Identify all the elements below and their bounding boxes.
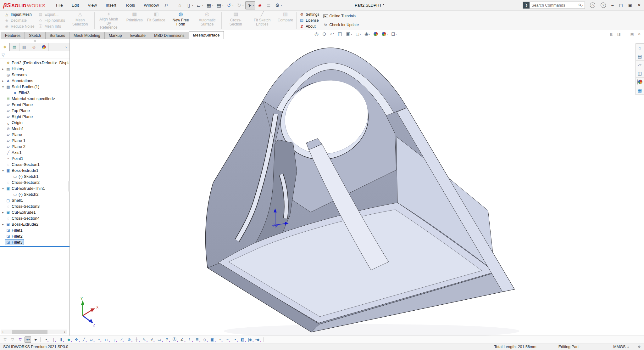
command-tab[interactable]: Sketch (25, 32, 45, 39)
quick-access-button[interactable]: ⚙ ▾ (274, 1, 283, 9)
task-pane-button[interactable] (636, 78, 644, 86)
scrollbar-track[interactable] (5, 330, 63, 334)
dropdown-caret-icon[interactable]: ▾ (386, 33, 388, 36)
filter-toolbar-button[interactable]: ▪ (97, 336, 103, 343)
filter-toolbar-button[interactable]: ∠ (180, 336, 186, 343)
filter-toolbar-button[interactable]: ▣ (210, 336, 216, 343)
tree-item[interactable]: ▾ Solid Bodies(1) (0, 84, 69, 90)
tree-item[interactable]: ▸ History (0, 66, 69, 72)
filter-toolbar-button[interactable]: ┼ (134, 336, 141, 343)
ribbon-button[interactable]: ▤ Export... (38, 12, 65, 17)
tree-item[interactable]: Fillet1 (0, 227, 69, 233)
dropdown-caret-icon[interactable]: ▾ (281, 4, 282, 7)
dropdown-caret-icon[interactable]: ▾ (351, 33, 352, 36)
ribbon-big-button[interactable]: ◧ Fit Surface (145, 11, 168, 30)
tree-filter-row[interactable]: ▽ (0, 51, 69, 59)
ribbon-button[interactable]: ▤ License (299, 18, 319, 23)
ribbon-big-button[interactable]: ⌖ Align Mesh By Reference (96, 11, 122, 30)
tree-item[interactable]: Plane 1 (0, 138, 69, 144)
filter-toolbar-button[interactable]: ❖ (74, 336, 80, 343)
tree-item[interactable]: ▾ Cut-Extrude-Thin1 (0, 185, 69, 191)
panel-horizontal-scrollbar[interactable]: ‹ › (1, 330, 67, 334)
view-tool-button[interactable]: ▾ (382, 32, 388, 36)
ribbon-button[interactable]: ◈ Decimate (4, 18, 34, 23)
ribbon-big-button[interactable]: ◍ New Free Form (168, 11, 194, 30)
filter-toolbar-button[interactable]: ✎ (142, 336, 148, 343)
filter-toolbar-button[interactable]: ┌ (112, 336, 118, 343)
dropdown-caret-icon[interactable]: ▾ (202, 4, 203, 7)
filter-toolbar-button[interactable]: ▮ (59, 336, 65, 343)
tree-item[interactable]: Cross-Section3 (0, 203, 69, 209)
tree-item[interactable]: Part2 (Default<<Default>_Display S (0, 60, 69, 66)
command-tab[interactable]: Mesh2Surface (189, 31, 224, 39)
view-tool-button[interactable]: ◎ (314, 31, 319, 37)
ribbon-big-button[interactable]: ▤ Cross-Section (223, 11, 249, 30)
tree-item[interactable]: Plane (0, 132, 69, 138)
ribbon-button[interactable]: ◇ Flip normals (38, 18, 65, 23)
panel-tab[interactable]: ⊕ (29, 43, 39, 51)
panel-tab[interactable]: ▤ (10, 43, 19, 51)
filter-toolbar-button[interactable]: ▽ (9, 336, 16, 343)
document-window-button[interactable]: – (625, 32, 627, 36)
task-pane-button[interactable]: ▤ (636, 52, 644, 61)
ribbon-big-button[interactable]: ◬ Mesh Selection (67, 11, 93, 30)
tree-item[interactable]: Origin (0, 120, 69, 126)
filter-toolbar-button[interactable]: •◆ (255, 336, 262, 343)
quick-access-button[interactable]: ▯ ▾ (185, 1, 194, 9)
model-viewport[interactable]: Y X Z ⌂ ▤ ▱ ◫ ▦ (70, 39, 644, 336)
view-tool-button[interactable] (374, 32, 378, 36)
tree-item[interactable]: Right Plane (0, 114, 69, 120)
panel-tab[interactable]: ▥ (19, 43, 29, 51)
ribbon-button[interactable]: ◉ Reduce Noise (4, 24, 34, 29)
tree-item[interactable]: Top Plane (0, 108, 69, 114)
tree-item[interactable]: Material <not specified> (0, 96, 69, 102)
quick-access-button[interactable]: ⌂ (176, 1, 184, 9)
command-tab[interactable]: Mesh Modeling (69, 32, 105, 39)
tree-item[interactable]: Shell1 (0, 197, 69, 203)
filter-toolbar-button[interactable]: -▫ (225, 336, 231, 343)
expander-icon[interactable]: ▸ (1, 223, 5, 226)
quick-access-button[interactable]: ↻ ▾ (235, 1, 245, 9)
dropdown-caret-icon[interactable]: ▾ (192, 4, 193, 7)
filter-toolbar-button[interactable]: ◇ (202, 336, 209, 343)
filter-toolbar-button[interactable] (40, 337, 42, 342)
dropdown-caret-icon[interactable]: ▾ (242, 4, 244, 7)
filter-toolbar-button[interactable]: ▱ (89, 336, 96, 343)
expander-icon[interactable]: ▸ (1, 211, 5, 214)
filter-toolbar-button[interactable]: ⋮ (187, 336, 194, 343)
expander-icon[interactable]: ▾ (1, 187, 5, 190)
filter-toolbar-button[interactable]: ∕ (119, 336, 126, 343)
tree-item[interactable]: Fillet3 (0, 90, 69, 96)
task-pane-button[interactable]: ▱ (636, 61, 644, 69)
document-window-button[interactable]: ▣ (630, 32, 634, 36)
tree-item[interactable]: ▾ Boss-Extrude1 (0, 167, 69, 173)
quick-access-button[interactable]: ▦ ▾ (205, 1, 214, 9)
menu-item[interactable]: Insert (106, 3, 116, 8)
view-tool-button[interactable]: ◻ ▾ (356, 31, 361, 37)
filter-funnel-icon[interactable]: ▽ (2, 53, 5, 57)
push-pin-icon[interactable]: ⚲ (163, 2, 169, 8)
command-tab[interactable]: Features (1, 32, 25, 39)
menu-item[interactable]: Edit (72, 3, 79, 8)
filter-toolbar-button[interactable]: ◻ (104, 336, 111, 343)
dropdown-caret-icon[interactable]: ▾ (232, 4, 234, 7)
scroll-left-icon[interactable]: ‹ (1, 330, 5, 334)
filter-toolbar-button[interactable]: Ⓐ (172, 336, 179, 343)
dropdown-caret-icon[interactable]: ▾ (369, 33, 370, 36)
command-tab[interactable]: MBD Dimensions (150, 32, 189, 39)
expander-icon[interactable]: ▸ (1, 79, 5, 82)
ribbon-big-button[interactable]: ▥ Compare (275, 11, 295, 30)
ribbon-big-button[interactable]: ╱ Fit Sketch Entities (249, 11, 275, 30)
filter-toolbar-button[interactable]: |◆ (247, 336, 254, 343)
tree-item[interactable]: Cross-Section4 (0, 215, 69, 221)
status-units[interactable]: MMGS (613, 345, 625, 349)
filter-toolbar-button[interactable]: ▽ (17, 336, 24, 343)
tree-item[interactable]: Point1 (0, 155, 69, 161)
document-window-button[interactable]: ✕ (638, 32, 641, 36)
quick-access-button[interactable]: ↺ ▾ (225, 1, 235, 9)
tree-item[interactable]: Fillet2 (0, 233, 69, 239)
units-caret-icon[interactable]: ▴ (627, 345, 629, 348)
command-tab[interactable]: Surfaces (45, 32, 69, 39)
filter-toolbar-button[interactable]: | (51, 336, 58, 343)
tree-item[interactable]: Cross-Section1 (0, 161, 69, 167)
